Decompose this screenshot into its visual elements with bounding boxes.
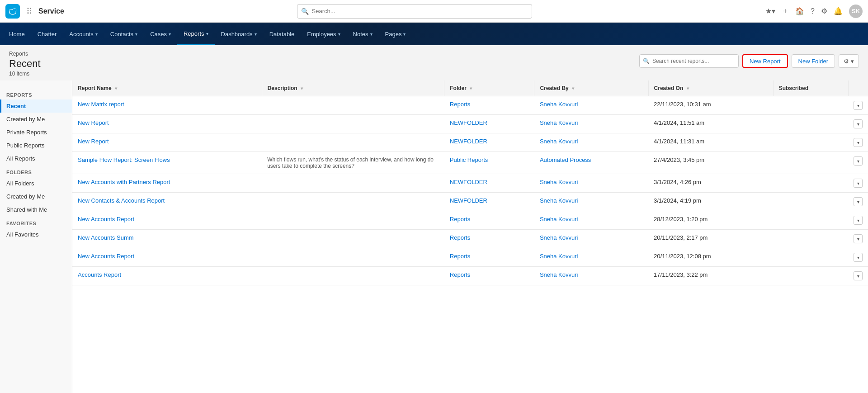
- report-name-link[interactable]: New Accounts Report: [78, 216, 134, 223]
- nav-notes-label: Notes: [353, 31, 368, 38]
- salesforce-logo[interactable]: [5, 4, 20, 19]
- folder-link[interactable]: Reports: [450, 253, 471, 260]
- nav-home[interactable]: Home: [3, 23, 31, 45]
- created-by-link[interactable]: Sneha Kovvuri: [540, 234, 578, 241]
- folder-link[interactable]: Reports: [450, 234, 471, 241]
- created-by-link[interactable]: Sneha Kovvuri: [540, 179, 578, 185]
- report-description: [262, 133, 444, 152]
- new-report-button[interactable]: New Report: [742, 54, 788, 68]
- col-description[interactable]: Description ▾: [262, 80, 444, 96]
- app-grid-icon[interactable]: ⠿: [26, 6, 32, 16]
- nav-chatter[interactable]: Chatter: [31, 23, 63, 45]
- folder-link[interactable]: Reports: [450, 216, 471, 223]
- folder-link[interactable]: Reports: [450, 271, 471, 278]
- col-report-name[interactable]: Report Name ▾: [72, 80, 262, 96]
- row-action-dropdown[interactable]: ▾: [854, 234, 863, 243]
- report-name-link[interactable]: New Matrix report: [78, 101, 124, 108]
- created-by-link[interactable]: Sneha Kovvuri: [540, 216, 578, 223]
- sidebar-item-folders-created-by-me[interactable]: Created by Me: [0, 190, 72, 203]
- global-search-input[interactable]: [297, 4, 532, 19]
- report-name-link[interactable]: New Report: [78, 119, 109, 126]
- report-name-link[interactable]: New Accounts with Partners Report: [78, 179, 170, 185]
- row-action-dropdown[interactable]: ▾: [854, 253, 863, 262]
- nav-pages[interactable]: Pages ▾: [379, 23, 412, 45]
- report-name-link[interactable]: New Accounts Report: [78, 253, 134, 260]
- sidebar-item-all-favorites[interactable]: All Favorites: [0, 228, 72, 241]
- sidebar-item-private-reports[interactable]: Private Reports: [0, 126, 72, 139]
- report-name-link[interactable]: Sample Flow Report: Screen Flows: [78, 156, 170, 163]
- row-action-dropdown[interactable]: ▾: [854, 271, 863, 280]
- row-action-dropdown[interactable]: ▾: [854, 101, 863, 110]
- created-by-link[interactable]: Sneha Kovvuri: [540, 253, 578, 260]
- created-by-link[interactable]: Sneha Kovvuri: [540, 101, 578, 108]
- report-description: [262, 248, 444, 267]
- nav-accounts[interactable]: Accounts ▾: [63, 23, 104, 45]
- col-created-on[interactable]: Created On ▾: [648, 80, 773, 96]
- nav-datatable[interactable]: Datatable: [263, 23, 301, 45]
- nav-cases[interactable]: Cases ▾: [144, 23, 177, 45]
- global-search-icon: 🔍: [301, 8, 309, 15]
- created-by-link[interactable]: Sneha Kovvuri: [540, 197, 578, 204]
- nav-notes[interactable]: Notes ▾: [347, 23, 379, 45]
- folder-link[interactable]: Public Reports: [450, 156, 488, 163]
- sidebar-item-shared-with-me[interactable]: Shared with Me: [0, 203, 72, 216]
- col-created-by[interactable]: Created By ▾: [534, 80, 648, 96]
- report-description: [262, 267, 444, 285]
- nav-reports-label: Reports: [184, 30, 204, 37]
- settings-gear-icon: ⚙: [844, 58, 849, 65]
- folder-link[interactable]: NEWFOLDER: [450, 197, 487, 204]
- row-action-dropdown[interactable]: ▾: [854, 138, 863, 147]
- folder-link[interactable]: NEWFOLDER: [450, 119, 487, 126]
- search-reports-input[interactable]: [639, 54, 739, 68]
- created-by-link[interactable]: Sneha Kovvuri: [540, 119, 578, 126]
- report-description: Which flows run, what's the status of ea…: [262, 152, 444, 174]
- nav-dashboards[interactable]: Dashboards ▾: [215, 23, 263, 45]
- settings-icon[interactable]: ⚙: [821, 7, 827, 15]
- sidebar-item-all-folders[interactable]: All Folders: [0, 177, 72, 190]
- favorites-icon[interactable]: ★▾: [765, 7, 775, 15]
- col-folder[interactable]: Folder ▾: [444, 80, 534, 96]
- report-description: [262, 174, 444, 193]
- created-by-link[interactable]: Automated Process: [540, 156, 591, 163]
- table-row: New Accounts with Partners ReportNEWFOLD…: [72, 174, 868, 193]
- table-row: New Contacts & Accounts ReportNEWFOLDERS…: [72, 193, 868, 211]
- nav-contacts[interactable]: Contacts ▾: [104, 23, 144, 45]
- nav-employees[interactable]: Employees ▾: [301, 23, 346, 45]
- new-folder-button[interactable]: New Folder: [792, 54, 835, 68]
- row-action-dropdown[interactable]: ▾: [854, 179, 863, 188]
- table-row: Sample Flow Report: Screen FlowsWhich fl…: [72, 152, 868, 174]
- folder-link[interactable]: Reports: [450, 101, 471, 108]
- created-by-link[interactable]: Sneha Kovvuri: [540, 138, 578, 145]
- row-action-dropdown[interactable]: ▾: [854, 216, 863, 225]
- sidebar-item-recent[interactable]: Recent: [0, 99, 72, 113]
- sidebar-item-public-reports[interactable]: Public Reports: [0, 139, 72, 152]
- folder-link[interactable]: NEWFOLDER: [450, 179, 487, 185]
- report-name-link[interactable]: New Contacts & Accounts Report: [78, 197, 165, 204]
- add-icon[interactable]: ＋: [782, 6, 789, 16]
- col-actions: [848, 80, 868, 96]
- created-on: 27/4/2023, 3:45 pm: [648, 152, 773, 174]
- subscribed: [773, 133, 848, 152]
- table-row: New ReportNEWFOLDERSneha Kovvuri4/1/2024…: [72, 133, 868, 152]
- report-name-link[interactable]: Accounts Report: [78, 271, 121, 278]
- nav-pages-label: Pages: [385, 31, 402, 38]
- report-name-sort-icon: ▾: [115, 86, 117, 91]
- nav-reports[interactable]: Reports ▾: [177, 23, 215, 45]
- row-action-dropdown[interactable]: ▾: [854, 156, 863, 166]
- dashboards-chevron-icon: ▾: [255, 32, 257, 37]
- created-by-link[interactable]: Sneha Kovvuri: [540, 271, 578, 278]
- report-name-link[interactable]: New Accounts Summ: [78, 234, 134, 241]
- row-action-dropdown[interactable]: ▾: [854, 119, 863, 128]
- col-subscribed: Subscribed: [773, 80, 848, 96]
- setup-icon[interactable]: 🏠: [795, 7, 804, 15]
- sidebar-item-all-reports[interactable]: All Reports: [0, 152, 72, 165]
- sidebar-item-created-by-me[interactable]: Created by Me: [0, 113, 72, 126]
- settings-dropdown-button[interactable]: ⚙ ▾: [839, 54, 859, 68]
- folder-link[interactable]: NEWFOLDER: [450, 138, 487, 145]
- avatar[interactable]: SK: [849, 5, 863, 18]
- report-name-link[interactable]: New Report: [78, 138, 109, 145]
- page-title: Recent: [9, 58, 41, 70]
- row-action-dropdown[interactable]: ▾: [854, 197, 863, 206]
- help-icon[interactable]: ?: [811, 7, 815, 15]
- bell-icon[interactable]: 🔔: [834, 7, 843, 15]
